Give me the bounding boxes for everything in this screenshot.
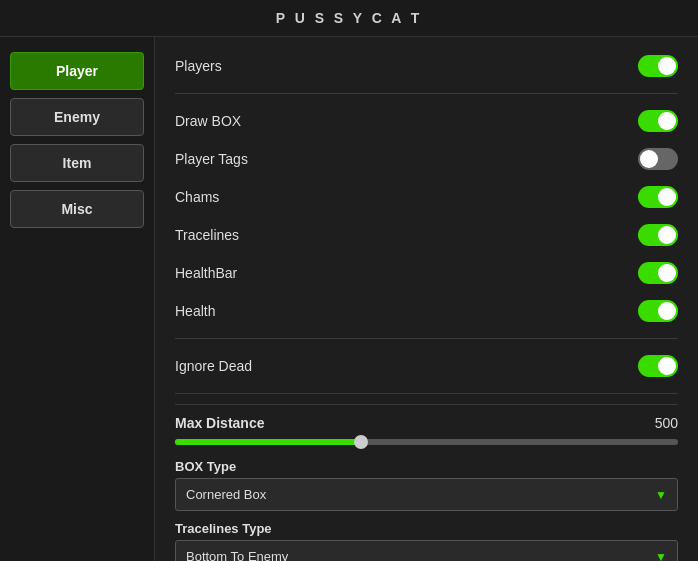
toggle-label-health: Health [175,303,215,319]
toggle-label-tracelines: Tracelines [175,227,239,243]
toggle-label-players: Players [175,58,222,74]
sidebar-item-player[interactable]: Player [10,52,144,90]
slider-section: Max Distance 500 [175,404,678,445]
toggle-row-healthbar: HealthBar [175,254,678,292]
toggle-row-chams: Chams [175,178,678,216]
slider-value: 500 [655,415,678,431]
tracelines-type-selected: Bottom To Enemy [186,549,288,561]
toggle-label-healthbar: HealthBar [175,265,237,281]
toggle-row-health: Health [175,292,678,330]
slider-header: Max Distance 500 [175,415,678,431]
toggle-label-chams: Chams [175,189,219,205]
toggle-row-tracelines: Tracelines [175,216,678,254]
box-type-section: BOX Type Cornered Box ▼ [175,459,678,511]
toggle-tracelines[interactable] [638,224,678,246]
box-type-dropdown[interactable]: Cornered Box ▼ [175,478,678,511]
sidebar-item-item[interactable]: Item [10,144,144,182]
box-type-selected: Cornered Box [186,487,266,502]
slider-fill [175,439,361,445]
toggle-draw-box[interactable] [638,110,678,132]
box-type-arrow-icon: ▼ [655,488,667,502]
slider-thumb [354,435,368,449]
toggle-label-ignore-dead: Ignore Dead [175,358,252,374]
tracelines-type-arrow-icon: ▼ [655,550,667,562]
title-bar: P U S S Y C A T [0,0,698,37]
toggle-players[interactable] [638,55,678,77]
toggle-row-ignore-dead: Ignore Dead [175,347,678,385]
main-container: Player Enemy Item Misc Players Draw BOX [0,37,698,561]
content-area: Players Draw BOX Player Tags [155,37,698,561]
slider-label: Max Distance [175,415,264,431]
toggle-player-tags[interactable] [638,148,678,170]
sidebar-item-enemy[interactable]: Enemy [10,98,144,136]
toggle-health[interactable] [638,300,678,322]
sidebar-item-misc[interactable]: Misc [10,190,144,228]
box-type-label: BOX Type [175,459,678,474]
toggle-row-players: Players [175,47,678,85]
divider-1 [175,93,678,94]
max-distance-slider[interactable] [175,439,678,445]
toggle-label-player-tags: Player Tags [175,151,248,167]
toggle-healthbar[interactable] [638,262,678,284]
toggle-chams[interactable] [638,186,678,208]
sidebar: Player Enemy Item Misc [0,37,155,561]
tracelines-type-section: Tracelines Type Bottom To Enemy ▼ [175,521,678,561]
app-title: P U S S Y C A T [276,10,423,26]
tracelines-type-label: Tracelines Type [175,521,678,536]
toggle-ignore-dead[interactable] [638,355,678,377]
divider-3 [175,393,678,394]
divider-2 [175,338,678,339]
toggle-label-draw-box: Draw BOX [175,113,241,129]
tracelines-type-dropdown[interactable]: Bottom To Enemy ▼ [175,540,678,561]
toggle-row-draw-box: Draw BOX [175,102,678,140]
toggle-row-player-tags: Player Tags [175,140,678,178]
